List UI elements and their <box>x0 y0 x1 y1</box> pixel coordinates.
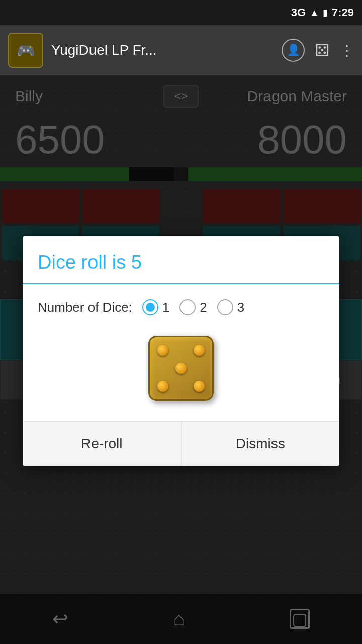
status-bar: 3G ▲ ▮ 7:29 <box>0 0 362 25</box>
dice-options-label: Number of Dice: <box>38 300 132 315</box>
dot-2 <box>194 345 205 356</box>
dialog-title: Dice roll is 5 <box>38 252 324 273</box>
reroll-button[interactable]: Re-roll <box>23 422 181 466</box>
dismiss-button[interactable]: Dismiss <box>182 422 340 466</box>
dot-1 <box>157 345 168 356</box>
battery-icon: ▮ <box>323 7 328 18</box>
dialog-title-area: Dice roll is 5 <box>23 236 339 284</box>
radio-inner-1 <box>146 303 155 312</box>
app-title: YugiDuel LP Fr... <box>51 42 274 58</box>
time-display: 7:29 <box>332 6 354 19</box>
dice-option-2[interactable]: 2 <box>179 299 207 315</box>
dice-num-3: 3 <box>237 300 244 315</box>
dice-options: Number of Dice: 1 2 <box>38 299 324 315</box>
dice-visual <box>38 331 324 406</box>
signal-icon: ▲ <box>310 8 319 18</box>
app-bar: 🎮 YugiDuel LP Fr... 👤 ⚄ ⋮ <box>0 25 362 75</box>
dialog-overlay: Dice roll is 5 Number of Dice: 1 <box>0 75 362 644</box>
network-indicator: 3G <box>291 6 306 19</box>
app-logo: 🎮 <box>8 33 43 68</box>
game-area: Billy <> Dragon Master 6500 8000 + <box>0 75 362 644</box>
dice-dialog: Dice roll is 5 Number of Dice: 1 <box>23 236 339 466</box>
dialog-body: Number of Dice: 1 2 <box>23 284 339 421</box>
dialog-actions: Re-roll Dismiss <box>23 421 339 466</box>
menu-icon[interactable]: ⋮ <box>340 42 354 59</box>
die-face <box>148 336 214 401</box>
dice-num-1: 1 <box>162 300 169 315</box>
profile-icon[interactable]: 👤 <box>282 39 305 62</box>
app-bar-icons: 👤 ⚄ ⋮ <box>282 39 354 62</box>
dice-option-3[interactable]: 3 <box>217 299 244 315</box>
dot-3 <box>175 363 187 374</box>
radio-3[interactable] <box>217 299 233 315</box>
dice-num-2: 2 <box>200 300 207 315</box>
radio-2[interactable] <box>179 299 196 315</box>
dot-5 <box>194 381 205 392</box>
dot-4 <box>157 381 168 392</box>
radio-1[interactable] <box>142 299 158 315</box>
dice-option-1[interactable]: 1 <box>142 299 169 315</box>
dice-icon[interactable]: ⚄ <box>315 40 330 60</box>
